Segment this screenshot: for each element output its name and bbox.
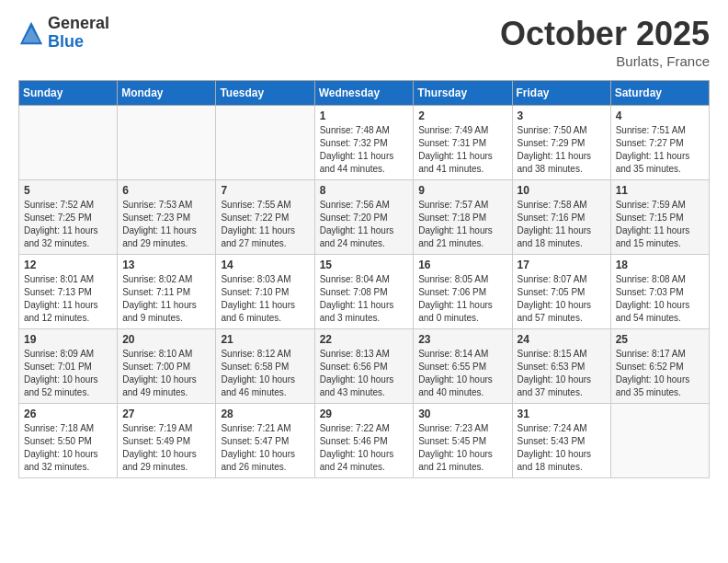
calendar-day-cell: 14Sunrise: 8:03 AM Sunset: 7:10 PM Dayli… — [216, 255, 314, 329]
calendar-day-cell: 25Sunrise: 8:17 AM Sunset: 6:52 PM Dayli… — [610, 329, 709, 404]
day-number: 26 — [24, 408, 112, 420]
calendar-day-cell: 30Sunrise: 7:23 AM Sunset: 5:45 PM Dayli… — [414, 404, 512, 478]
day-number: 27 — [122, 408, 210, 420]
calendar-day-cell: 15Sunrise: 8:04 AM Sunset: 7:08 PM Dayli… — [314, 255, 414, 329]
calendar-day-cell — [610, 404, 709, 478]
day-info: Sunrise: 8:02 AM Sunset: 7:11 PM Dayligh… — [122, 273, 210, 325]
day-info: Sunrise: 7:57 AM Sunset: 7:18 PM Dayligh… — [418, 199, 506, 250]
location: Burlats, France — [500, 53, 710, 69]
day-info: Sunrise: 7:18 AM Sunset: 5:50 PM Dayligh… — [24, 422, 112, 474]
day-number: 20 — [122, 333, 210, 346]
calendar-day-cell: 20Sunrise: 8:10 AM Sunset: 7:00 PM Dayli… — [118, 329, 216, 404]
day-info: Sunrise: 7:19 AM Sunset: 5:49 PM Dayligh… — [122, 422, 210, 474]
calendar-day-cell — [216, 106, 314, 180]
day-number: 7 — [221, 184, 309, 197]
day-info: Sunrise: 7:58 AM Sunset: 7:16 PM Dayligh… — [518, 199, 606, 250]
logo-blue-text: Blue — [48, 33, 109, 52]
calendar-day-cell: 7Sunrise: 7:55 AM Sunset: 7:22 PM Daylig… — [216, 180, 314, 255]
calendar-week-row: 26Sunrise: 7:18 AM Sunset: 5:50 PM Dayli… — [19, 404, 710, 478]
calendar-day-cell: 31Sunrise: 7:24 AM Sunset: 5:43 PM Dayli… — [512, 404, 610, 478]
day-number: 12 — [24, 259, 112, 271]
day-info: Sunrise: 8:12 AM Sunset: 6:58 PM Dayligh… — [221, 348, 309, 399]
weekday-header: Tuesday — [216, 81, 314, 106]
calendar-day-cell: 18Sunrise: 8:08 AM Sunset: 7:03 PM Dayli… — [610, 255, 709, 329]
day-number: 8 — [320, 184, 409, 197]
calendar-day-cell: 8Sunrise: 7:56 AM Sunset: 7:20 PM Daylig… — [314, 180, 414, 255]
day-info: Sunrise: 8:13 AM Sunset: 6:56 PM Dayligh… — [320, 348, 409, 399]
day-info: Sunrise: 8:17 AM Sunset: 6:52 PM Dayligh… — [616, 348, 704, 399]
day-number: 5 — [24, 184, 112, 197]
day-info: Sunrise: 8:04 AM Sunset: 7:08 PM Dayligh… — [320, 273, 409, 325]
day-info: Sunrise: 8:14 AM Sunset: 6:55 PM Dayligh… — [418, 348, 506, 399]
day-info: Sunrise: 7:53 AM Sunset: 7:23 PM Dayligh… — [122, 199, 210, 250]
calendar-day-cell: 1Sunrise: 7:48 AM Sunset: 7:32 PM Daylig… — [314, 106, 414, 180]
day-info: Sunrise: 8:07 AM Sunset: 7:05 PM Dayligh… — [518, 273, 606, 325]
calendar-day-cell: 9Sunrise: 7:57 AM Sunset: 7:18 PM Daylig… — [414, 180, 512, 255]
day-info: Sunrise: 7:50 AM Sunset: 7:29 PM Dayligh… — [518, 124, 606, 176]
day-number: 21 — [221, 333, 309, 346]
calendar-day-cell: 16Sunrise: 8:05 AM Sunset: 7:06 PM Dayli… — [414, 255, 512, 329]
day-info: Sunrise: 8:09 AM Sunset: 7:01 PM Dayligh… — [24, 348, 112, 399]
calendar-day-cell: 27Sunrise: 7:19 AM Sunset: 5:49 PM Dayli… — [118, 404, 216, 478]
logo-icon — [18, 20, 44, 46]
calendar-week-row: 19Sunrise: 8:09 AM Sunset: 7:01 PM Dayli… — [19, 329, 710, 404]
calendar-day-cell: 24Sunrise: 8:15 AM Sunset: 6:53 PM Dayli… — [512, 329, 610, 404]
weekday-header: Sunday — [19, 81, 118, 106]
day-number: 22 — [320, 333, 409, 346]
day-number: 10 — [518, 184, 606, 197]
calendar-week-row: 1Sunrise: 7:48 AM Sunset: 7:32 PM Daylig… — [19, 106, 710, 180]
logo: General Blue — [18, 15, 109, 52]
day-number: 16 — [418, 259, 506, 271]
day-info: Sunrise: 8:01 AM Sunset: 7:13 PM Dayligh… — [24, 273, 112, 325]
calendar-day-cell: 19Sunrise: 8:09 AM Sunset: 7:01 PM Dayli… — [19, 329, 118, 404]
day-info: Sunrise: 7:21 AM Sunset: 5:47 PM Dayligh… — [221, 422, 309, 474]
day-info: Sunrise: 7:49 AM Sunset: 7:31 PM Dayligh… — [418, 124, 506, 176]
day-info: Sunrise: 7:52 AM Sunset: 7:25 PM Dayligh… — [24, 199, 112, 250]
day-number: 1 — [320, 109, 409, 122]
day-number: 15 — [320, 259, 409, 271]
day-info: Sunrise: 8:08 AM Sunset: 7:03 PM Dayligh… — [616, 273, 704, 325]
logo-general-text: General — [48, 15, 109, 33]
calendar-week-row: 5Sunrise: 7:52 AM Sunset: 7:25 PM Daylig… — [19, 180, 710, 255]
calendar-day-cell: 11Sunrise: 7:59 AM Sunset: 7:15 PM Dayli… — [610, 180, 709, 255]
calendar-day-cell: 23Sunrise: 8:14 AM Sunset: 6:55 PM Dayli… — [414, 329, 512, 404]
day-info: Sunrise: 8:03 AM Sunset: 7:10 PM Dayligh… — [221, 273, 309, 325]
calendar-day-cell: 5Sunrise: 7:52 AM Sunset: 7:25 PM Daylig… — [19, 180, 118, 255]
day-info: Sunrise: 7:59 AM Sunset: 7:15 PM Dayligh… — [616, 199, 704, 250]
day-info: Sunrise: 8:10 AM Sunset: 7:00 PM Dayligh… — [122, 348, 210, 399]
day-info: Sunrise: 7:23 AM Sunset: 5:45 PM Dayligh… — [418, 422, 506, 474]
day-info: Sunrise: 7:56 AM Sunset: 7:20 PM Dayligh… — [320, 199, 409, 250]
calendar-day-cell — [118, 106, 216, 180]
day-number: 17 — [518, 259, 606, 271]
weekday-header: Wednesday — [314, 81, 414, 106]
calendar-day-cell: 21Sunrise: 8:12 AM Sunset: 6:58 PM Dayli… — [216, 329, 314, 404]
day-number: 4 — [616, 109, 704, 122]
title-area: October 2025 Burlats, France — [500, 15, 710, 69]
calendar-day-cell: 6Sunrise: 7:53 AM Sunset: 7:23 PM Daylig… — [118, 180, 216, 255]
calendar-table: SundayMondayTuesdayWednesdayThursdayFrid… — [18, 80, 710, 478]
day-number: 3 — [518, 109, 606, 122]
calendar-day-cell: 13Sunrise: 8:02 AM Sunset: 7:11 PM Dayli… — [118, 255, 216, 329]
calendar-day-cell: 26Sunrise: 7:18 AM Sunset: 5:50 PM Dayli… — [19, 404, 118, 478]
calendar-day-cell: 2Sunrise: 7:49 AM Sunset: 7:31 PM Daylig… — [414, 106, 512, 180]
calendar-day-cell: 3Sunrise: 7:50 AM Sunset: 7:29 PM Daylig… — [512, 106, 610, 180]
weekday-header: Thursday — [414, 81, 512, 106]
day-number: 31 — [518, 408, 606, 420]
calendar-day-cell: 10Sunrise: 7:58 AM Sunset: 7:16 PM Dayli… — [512, 180, 610, 255]
calendar-week-row: 12Sunrise: 8:01 AM Sunset: 7:13 PM Dayli… — [19, 255, 710, 329]
month-title: October 2025 — [500, 15, 710, 53]
calendar-day-cell: 12Sunrise: 8:01 AM Sunset: 7:13 PM Dayli… — [19, 255, 118, 329]
day-info: Sunrise: 7:55 AM Sunset: 7:22 PM Dayligh… — [221, 199, 309, 250]
day-info: Sunrise: 7:51 AM Sunset: 7:27 PM Dayligh… — [616, 124, 704, 176]
day-number: 19 — [24, 333, 112, 346]
calendar-day-cell: 22Sunrise: 8:13 AM Sunset: 6:56 PM Dayli… — [314, 329, 414, 404]
weekday-header: Friday — [512, 81, 610, 106]
day-info: Sunrise: 7:22 AM Sunset: 5:46 PM Dayligh… — [320, 422, 409, 474]
calendar-day-cell — [19, 106, 118, 180]
calendar-day-cell: 17Sunrise: 8:07 AM Sunset: 7:05 PM Dayli… — [512, 255, 610, 329]
day-number: 25 — [616, 333, 704, 346]
day-number: 11 — [616, 184, 704, 197]
day-number: 30 — [418, 408, 506, 420]
day-number: 13 — [122, 259, 210, 271]
day-info: Sunrise: 8:15 AM Sunset: 6:53 PM Dayligh… — [518, 348, 606, 399]
